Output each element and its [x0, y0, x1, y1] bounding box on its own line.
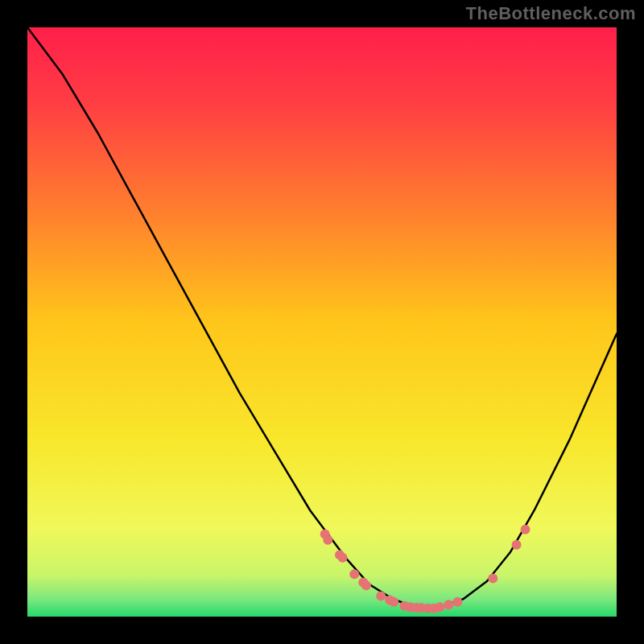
data-marker	[376, 591, 386, 601]
watermark-text: TheBottleneck.com	[466, 3, 636, 24]
data-marker	[349, 569, 359, 579]
data-marker	[512, 540, 522, 550]
data-marker	[338, 553, 348, 563]
data-marker	[488, 573, 497, 583]
data-marker	[389, 597, 398, 607]
data-marker	[361, 580, 371, 590]
data-marker	[323, 535, 332, 545]
chart-frame: TheBottleneck.com	[0, 0, 644, 644]
data-marker	[444, 600, 453, 609]
data-marker	[435, 602, 444, 612]
plot-area	[27, 27, 617, 617]
chart-svg	[27, 27, 617, 617]
data-marker	[521, 525, 530, 535]
data-marker	[452, 597, 462, 607]
